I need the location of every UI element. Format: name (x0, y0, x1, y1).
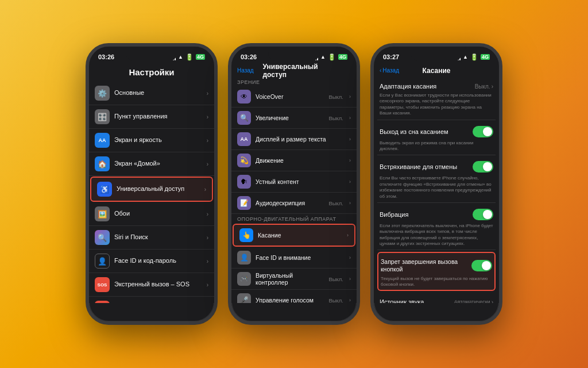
settings-item-universal[interactable]: ♿ Универсальный доступ › (90, 177, 213, 202)
voiceover-arrow: › (349, 94, 351, 99)
settings-item-faceid[interactable]: 👤 Face ID и код-пароль › (89, 250, 214, 273)
faceid2-arrow: › (349, 255, 351, 260)
siri-label: Siri и Поиск (114, 233, 202, 241)
phone1-time: 03:26 (98, 53, 114, 60)
touch-label: Касание (258, 232, 341, 239)
voice-control-value: Выкл. (328, 297, 343, 304)
phone1-status-icons: ▲ 🔋 4G (169, 53, 205, 61)
shake-undo-desc: Если Вы часто встряхиваете iPhone случай… (380, 175, 493, 200)
audio-source-value-group: Автоматически › (454, 299, 493, 303)
vibration-name: Вибрация (380, 211, 408, 218)
phone1-header: Настройки (89, 65, 214, 82)
settings-item-notif[interactable]: 📲 Уведомления о контакте › (89, 297, 214, 303)
acc-item-spoken[interactable]: 🗣 Устный контент › (231, 171, 357, 193)
sleep-wake-toggle[interactable] (473, 126, 493, 137)
p2-battery-icon: 🔋 (328, 53, 336, 61)
acc-item-touch[interactable]: 👆 Касание › (233, 224, 355, 247)
phone2-nav-title: Универсальный доступ (263, 63, 326, 79)
vibration-row: Вибрация (380, 206, 493, 223)
settings-item-osnovnye[interactable]: ⚙️ Основные › (89, 82, 214, 105)
settings-item-sos[interactable]: SOS Экстренный вызов – SOS › (89, 273, 214, 297)
osnovnye-arrow: › (207, 90, 208, 97)
call-end-section: Запрет завершения вызова кнопкой Текущий… (377, 252, 496, 291)
phone3-navbar: ‹ Назад Касание (374, 65, 499, 77)
touch-adapt-name: Адаптация касания (380, 83, 436, 90)
phone2-back-button[interactable]: Назад (237, 67, 254, 74)
voiceover-value: Выкл. (328, 94, 343, 100)
motion-label: Движение (256, 157, 343, 164)
acc-item-faceid2[interactable]: 👤 Face ID и внимание › (231, 247, 357, 269)
shake-undo-row: Встряхивание для отмены (380, 158, 493, 175)
phone3-back-button[interactable]: ‹ Назад (380, 67, 399, 74)
shake-undo-toggle[interactable] (473, 161, 493, 172)
ekran-dom-arrow: › (207, 161, 208, 167)
call-end-knob (482, 261, 491, 270)
zoom-icon: 🔍 (237, 111, 251, 125)
phone3-status-icons: ▲ 🔋 4G (454, 53, 490, 61)
touch-adapt-desc: Если у Вас возникают трудности при испол… (380, 93, 493, 117)
vibration-toggle[interactable] (473, 209, 493, 220)
settings-item-oboi[interactable]: 🖼️ Обои › (89, 202, 214, 226)
acc-item-voice-control[interactable]: 🎤 Управление голосом Выкл. › (231, 290, 357, 303)
sos-icon: SOS (95, 277, 110, 292)
call-end-name: Запрет завершения вызова кнопкой (381, 258, 471, 273)
acc-item-display[interactable]: AA Дисплей и размер текста › (231, 129, 357, 150)
ekran-dom-label: Экран «Домой» (114, 160, 202, 167)
settings-item-ekran-dom[interactable]: 🏠 Экран «Домой» › (89, 152, 214, 176)
phone3: 03:27 ▲ 🔋 4G ‹ Назад Касание (370, 43, 502, 325)
phone2-navbar: Назад Универсальный доступ (231, 65, 357, 77)
audio-desc-icon: 📝 (237, 196, 251, 210)
siri-icon: 🔍 (95, 230, 110, 245)
voiceover-label: VoiceOver (256, 93, 324, 100)
touch-adapt-value-group: Выкл. › (475, 83, 493, 90)
phone2-time: 03:26 (241, 53, 257, 60)
battery-icon: 🔋 (185, 53, 194, 61)
p3-wifi-icon: ▲ (463, 54, 468, 60)
display-arrow: › (349, 136, 351, 142)
settings-item-ekran-yarkost[interactable]: AA Экран и яркость › (89, 129, 214, 152)
display-icon: AA (237, 132, 251, 146)
acc-item-motion[interactable]: 💫 Движение › (231, 150, 357, 171)
touch-adapt-row[interactable]: Адаптация касания Выкл. › Если у Вас воз… (377, 77, 496, 120)
audio-source-row[interactable]: Источник звука Автоматически › (380, 296, 493, 303)
sos-label: Экстренный вызов – SOS (114, 281, 202, 288)
universal-arrow: › (204, 186, 206, 193)
settings-item-siri[interactable]: 🔍 Siri и Поиск › (89, 226, 214, 250)
voiceover-icon: 👁 (237, 90, 251, 103)
phone3-status-bar: 03:27 ▲ 🔋 4G (374, 47, 499, 65)
p3-battery-icon: 🔋 (470, 53, 478, 61)
acc-item-audio-desc[interactable]: 📝 Аудиодескрипция Выкл. › (231, 193, 357, 214)
sleep-wake-name: Выход из сна касанием (380, 128, 448, 135)
vibration-desc: Если этот переключатель выключен, на iPh… (380, 223, 493, 247)
zoom-value: Выкл. (328, 115, 343, 121)
acc-item-voiceover[interactable]: 👁 VoiceOver Выкл. › (231, 86, 357, 108)
phone3-content: Адаптация касания Выкл. › Если у Вас воз… (374, 77, 499, 303)
faceid-label: Face ID и код-пароль (114, 257, 202, 264)
audio-source-section: Источник звука Автоматически › В функции… (377, 293, 496, 303)
universal-label: Универсальный доступ (117, 185, 200, 193)
p3-signal-icon (454, 54, 461, 60)
acc-item-virtual[interactable]: 🎮 Виртуальный контроллер Выкл. › (231, 269, 357, 290)
ekran-dom-icon: 🏠 (95, 156, 110, 171)
faceid-arrow: › (207, 258, 208, 264)
shake-undo-name: Встряхивание для отмены (380, 163, 457, 170)
settings-item-punkt[interactable]: 🎛️ Пункт управления › (89, 105, 214, 129)
vibration-knob (483, 210, 492, 219)
audio-desc-label: Аудиодескрипция (256, 200, 324, 206)
virtual-icon: 🎮 (237, 272, 251, 286)
phone3-wrapper: 03:27 ▲ 🔋 4G ‹ Назад Касание (370, 43, 502, 325)
acc-item-zoom[interactable]: 🔍 Увеличение Выкл. › (231, 108, 357, 129)
motion-icon: 💫 (237, 154, 251, 167)
notif-icon: 📲 (95, 301, 110, 303)
sleep-wake-desc: Выводить экран из режима сна при касании… (380, 140, 493, 152)
call-end-row: Запрет завершения вызова кнопкой (381, 255, 492, 275)
phone2-status-icons: ▲ 🔋 4G (312, 53, 347, 61)
ekran-yarkost-label: Экран и яркость (114, 136, 202, 144)
audio-desc-value: Выкл. (328, 200, 343, 206)
phone3-time: 03:27 (383, 53, 399, 60)
osnovnye-label: Основные (114, 89, 202, 97)
call-end-toggle[interactable] (471, 260, 492, 271)
ekran-yarkost-icon: AA (95, 133, 110, 148)
motion-arrow: › (349, 158, 351, 163)
audio-source-value: Автоматически (454, 299, 490, 303)
